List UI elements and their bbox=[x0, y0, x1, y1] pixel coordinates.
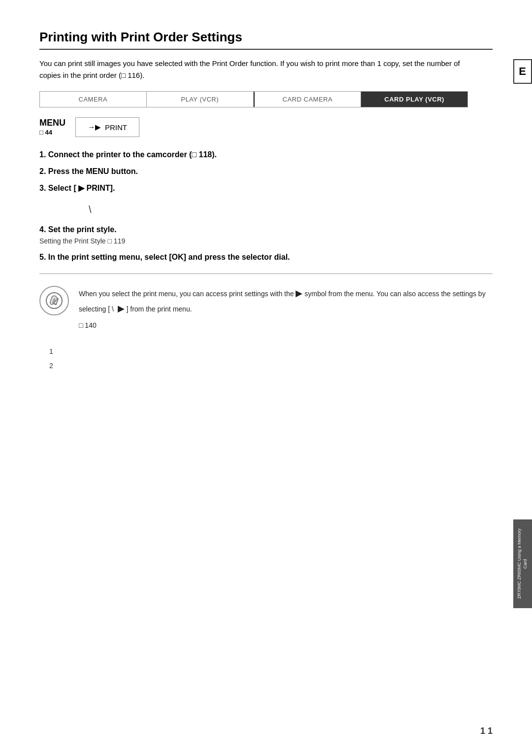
list-item-1: 1 bbox=[49, 345, 493, 358]
bottom-list: 1 2 bbox=[49, 345, 493, 372]
menu-print-label: PRINT bbox=[105, 123, 127, 132]
menu-ref: □ 44 bbox=[39, 129, 66, 137]
page-number: 1 1 bbox=[480, 726, 493, 736]
menu-arrow: →▶ bbox=[88, 123, 101, 132]
step-5-heading: 5. In the print setting menu, select [OK… bbox=[39, 253, 493, 262]
list-item-2: 2 bbox=[49, 360, 493, 372]
backslash-symbol: \ bbox=[112, 305, 114, 313]
tab-camera[interactable]: CAMERA bbox=[40, 92, 147, 107]
note-ref: □ 140 bbox=[79, 320, 493, 332]
side-tab-e-label: E bbox=[519, 65, 527, 77]
step-1: 1. Connect the printer to the camcorder … bbox=[39, 149, 493, 161]
note-icon bbox=[39, 286, 69, 315]
arrow-area: \ bbox=[89, 204, 493, 215]
menu-print-box: →▶ PRINT bbox=[75, 117, 139, 137]
menu-label-block: MENU □ 44 bbox=[39, 117, 66, 137]
intro-text: You can print still images you have sele… bbox=[39, 58, 483, 81]
side-tab-memory-label: ZR70MC ZR65MC Using a Memory Card bbox=[517, 524, 528, 603]
tab-play-vcr[interactable]: PLAY (VCR) bbox=[147, 92, 254, 107]
step-3: 3. Select [ ▶ PRINT]. bbox=[39, 182, 493, 194]
note-content: When you select the print menu, you can … bbox=[79, 286, 493, 336]
side-tab-e: E bbox=[513, 59, 532, 84]
page-title: Printing with Print Order Settings bbox=[39, 30, 493, 50]
tab-card-play-vcr[interactable]: CARD PLAY (VCR) bbox=[361, 92, 467, 107]
arrow-symbol-2: ▶ bbox=[118, 304, 125, 313]
side-tab-memory: ZR70MC ZR65MC Using a Memory Card bbox=[513, 519, 532, 608]
step-4-heading: 4. Set the print style. bbox=[39, 225, 493, 234]
menu-box: MENU □ 44 →▶ PRINT bbox=[39, 117, 493, 137]
step-2: 2. Press the MENU button. bbox=[39, 166, 493, 177]
menu-label: MENU bbox=[39, 117, 66, 129]
arrow-symbol-1: ▶ bbox=[296, 288, 302, 298]
page: E ZR70MC ZR65MC Using a Memory Card Prin… bbox=[0, 0, 532, 756]
tab-card-camera[interactable]: CARD CAMERA bbox=[254, 92, 362, 107]
steps-list: 1. Connect the printer to the camcorder … bbox=[39, 149, 493, 194]
tab-bar: CAMERA PLAY (VCR) CARD CAMERA CARD PLAY … bbox=[39, 91, 468, 107]
notepad-svg bbox=[45, 292, 63, 309]
note-section: When you select the print menu, you can … bbox=[39, 286, 493, 336]
section-divider bbox=[39, 274, 493, 274]
step-4-sub: Setting the Print Style □ 119 bbox=[39, 237, 493, 245]
bottom-section: 1 2 bbox=[39, 345, 493, 372]
